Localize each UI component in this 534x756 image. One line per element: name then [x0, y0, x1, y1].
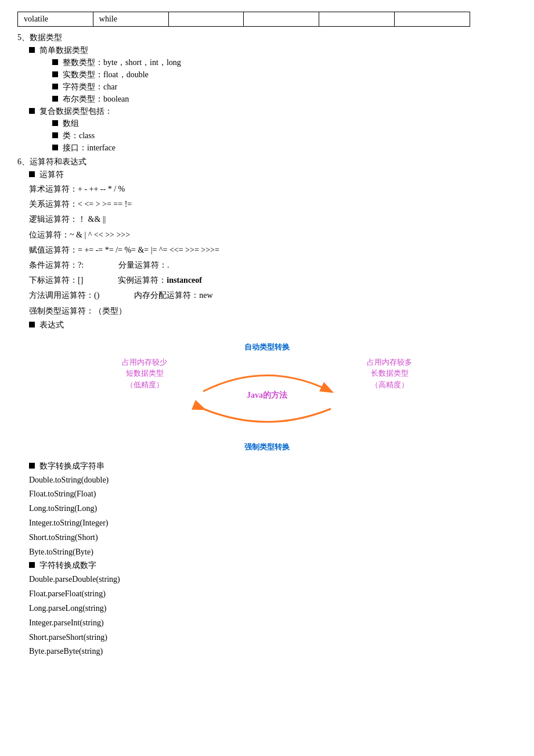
- keyword-cell-volatile: volatile: [18, 12, 93, 27]
- bullet-icon: [52, 96, 58, 102]
- long-tostring: Long.toString(Long): [29, 502, 517, 516]
- num-to-str-list: Double.toString(double) Float.toString(F…: [29, 473, 517, 559]
- float-parsefloat: Float.parseFloat(string): [29, 587, 517, 601]
- interface-type: 接口：interface: [52, 143, 517, 153]
- keyword-table: volatile while: [17, 12, 470, 27]
- integer-parseint: Integer.parseInt(string): [29, 616, 517, 630]
- member-op: 分量运算符：.: [118, 258, 169, 272]
- integer-type: 整数类型：byte，short，int，long: [52, 57, 517, 68]
- byte-tostring: Byte.toString(Byte): [29, 545, 517, 559]
- keyword-cell-5: [319, 12, 395, 27]
- boolean-type: 布尔类型：boolean: [52, 94, 517, 105]
- section5-title: 5、数据类型: [17, 33, 517, 43]
- arithmetic-ops: 算术运算符：+ - ++ -- * / %: [29, 182, 517, 196]
- bullet-icon: [52, 120, 58, 126]
- bullet-icon: [29, 562, 35, 568]
- relational-ops: 关系运算符：< <= > >= == !=: [29, 197, 517, 211]
- keyword-cell-6: [395, 12, 470, 27]
- double-parsedouble: Double.parseDouble(string): [29, 573, 517, 586]
- char-type: 字符类型：char: [52, 82, 517, 92]
- operators-header: 运算符: [29, 170, 517, 180]
- bullet-icon: [29, 47, 35, 53]
- ops-row2: 下标运算符：[] 实例运算符：instanceof: [29, 273, 517, 287]
- instanceof-op: 实例运算符：instanceof: [118, 273, 202, 287]
- method-call-op: 方法调用运算符：(): [29, 288, 99, 303]
- array-type: 数组: [52, 118, 517, 129]
- type-conversion-diagram: 自动类型转换 占用内存较少 短数据类型 （低精度） 占用内存较多 长数据类型 （…: [116, 339, 418, 455]
- short-parseshort: Short.parseShort(string): [29, 631, 517, 645]
- str-to-num-list: Double.parseDouble(string) Float.parseFl…: [29, 573, 517, 658]
- long-parselong: Long.parseLong(string): [29, 602, 517, 615]
- bullet-icon: [52, 145, 58, 150]
- cast-op: 强制类型运算符：（类型）: [29, 304, 517, 318]
- bullet-icon: [29, 108, 35, 114]
- integer-tostring: Integer.toString(Integer): [29, 516, 517, 530]
- bullet-icon: [52, 84, 58, 89]
- ops-row1: 条件运算符：?: 分量运算符：.: [29, 258, 517, 272]
- bullet-icon: [29, 171, 35, 177]
- keyword-cell-4: [244, 12, 319, 27]
- class-type: 类：class: [52, 131, 517, 141]
- bullet-icon: [52, 59, 58, 65]
- keyword-cell-3: [168, 12, 244, 27]
- ops-row3: 方法调用运算符：() 内存分配运算符：new: [29, 288, 517, 303]
- bullet-icon: [29, 463, 35, 469]
- logical-ops: 逻辑运算符：！ && ||: [29, 212, 517, 226]
- keyword-cell-while: while: [93, 12, 168, 27]
- complex-type-header: 复合数据类型包括：: [29, 106, 517, 117]
- expression-header: 表达式: [29, 320, 517, 330]
- bullet-icon: [29, 322, 35, 327]
- float-tostring: Float.toString(Float): [29, 487, 517, 501]
- short-tostring: Short.toString(Short): [29, 531, 517, 545]
- num-to-str-header: 数字转换成字符串: [29, 461, 517, 471]
- force-conversion-label: 强制类型转换: [244, 442, 290, 452]
- bullet-icon: [52, 71, 58, 77]
- float-type: 实数类型：float，double: [52, 70, 517, 80]
- bitwise-ops: 位运算符：~ & | ^ << >> >>>: [29, 228, 517, 242]
- index-op: 下标运算符：[]: [29, 273, 83, 287]
- cond-op: 条件运算符：?:: [29, 258, 84, 272]
- section6-title: 6、运算符和表达式: [17, 157, 517, 167]
- assign-ops: 赋值运算符：= += -= *= /= %= &= |= ^= <<= >>= …: [29, 243, 517, 257]
- new-op: 内存分配运算符：new: [134, 288, 212, 303]
- simple-type-header: 简单数据类型: [29, 45, 517, 56]
- java-method-label: Java的方法: [247, 390, 287, 401]
- double-tostring: Double.toString(double): [29, 473, 517, 487]
- operators-block: 算术运算符：+ - ++ -- * / % 关系运算符：< <= > >= ==…: [29, 182, 517, 318]
- bullet-icon: [52, 132, 58, 138]
- str-to-num-header: 字符转换成数字: [29, 560, 517, 571]
- byte-parsebyte: Byte.parseByte(string): [29, 645, 517, 658]
